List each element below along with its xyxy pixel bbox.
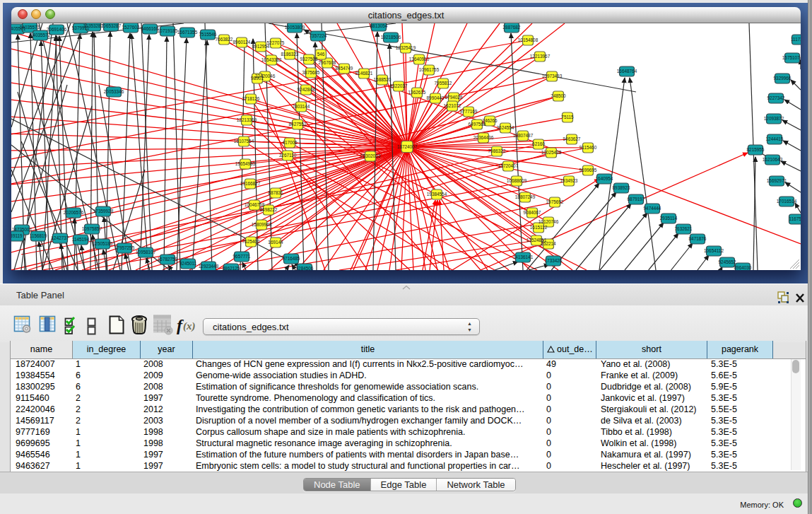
svg-text:15751074: 15751074 [782,55,801,60]
svg-text:9699695: 9699695 [579,168,597,173]
svg-text:2967608: 2967608 [319,60,336,65]
svg-text:3267110: 3267110 [279,153,297,158]
svg-text:8322037: 8322037 [390,83,408,88]
svg-text:(x): (x) [183,320,196,332]
svg-text:3624554: 3624554 [497,125,514,130]
svg-text:9245652: 9245652 [719,259,736,264]
svg-text:9146821: 9146821 [355,71,373,76]
svg-text:16782759: 16782759 [158,257,178,262]
svg-text:16648764: 16648764 [617,69,637,74]
svg-text:12325419: 12325419 [396,45,416,50]
svg-text:16671355: 16671355 [177,30,198,35]
svg-text:10025438: 10025438 [541,150,562,155]
svg-text:9327508: 9327508 [300,57,318,62]
svg-text:14136141: 14136141 [513,255,534,259]
svg-text:7663822: 7663822 [216,37,233,42]
svg-text:6497568: 6497568 [469,122,486,127]
svg-text:12213369: 12213369 [237,117,257,122]
svg-text:19654985: 19654985 [235,161,256,166]
svg-text:8471876: 8471876 [689,236,707,241]
svg-text:2803144: 2803144 [293,104,310,109]
svg-text:14035571: 14035571 [20,25,40,30]
svg-text:6879197: 6879197 [628,197,645,201]
svg-text:19218506: 19218506 [381,35,401,40]
svg-text:13640910: 13640910 [409,57,430,62]
svg-text:10688609: 10688609 [507,178,527,183]
svg-text:9716485: 9716485 [283,256,300,261]
svg-text:1615112: 1615112 [530,225,548,230]
svg-text:98901: 98901 [251,76,264,81]
svg-text:8964030: 8964030 [734,265,752,270]
svg-text:5227075: 5227075 [267,40,285,45]
svg-text:2935114: 2935114 [660,216,678,221]
svg-text:8813054: 8813054 [370,23,388,28]
svg-text:8215955: 8215955 [747,147,765,152]
svg-text:17016514: 17016514 [777,199,797,204]
svg-text:9115460: 9115460 [579,145,597,150]
svg-text:116753: 116753 [789,216,801,221]
svg-text:1975692: 1975692 [546,199,564,204]
svg-text:6794028: 6794028 [445,95,463,100]
svg-text:25302033: 25302033 [360,153,381,158]
svg-text:1117316: 1117316 [791,37,801,42]
svg-text:10654112: 10654112 [704,248,724,253]
svg-text:1242737: 1242737 [52,235,69,240]
svg-text:1156819: 1156819 [30,233,47,238]
svg-text:20364436: 20364436 [473,135,494,140]
svg-text:18807249: 18807249 [515,194,536,199]
svg-text:1588520: 1588520 [374,77,392,82]
svg-text:1527602: 1527602 [122,25,140,30]
svg-text:7955812: 7955812 [435,81,452,86]
svg-text:1362615: 1362615 [408,90,426,95]
svg-text:9329966: 9329966 [774,76,792,81]
svg-text:1244415: 1244415 [766,136,784,141]
svg-text:10961755: 10961755 [419,67,440,72]
svg-text:8938923: 8938923 [613,185,630,190]
svg-text:62160: 62160 [532,141,545,146]
svg-text:20691406: 20691406 [47,27,67,32]
svg-text:12093872: 12093872 [764,116,784,121]
svg-text:748500: 748500 [551,93,566,98]
svg-text:8454749: 8454749 [336,66,353,71]
svg-text:17359928: 17359928 [93,209,114,214]
svg-text:18724007: 18724007 [397,144,418,149]
svg-text:546: 546 [317,52,325,57]
svg-text:7625402: 7625402 [242,239,260,244]
svg-text:9474444: 9474444 [644,206,661,211]
svg-text:15692971: 15692971 [767,178,787,183]
svg-text:16053809: 16053809 [285,25,305,30]
svg-text:10719185: 10719185 [158,28,178,33]
svg-text:8498222: 8498222 [260,207,278,212]
svg-text:10973493: 10973493 [542,74,563,78]
svg-text:9084067: 9084067 [524,210,541,215]
svg-text:9242848: 9242848 [298,87,315,92]
svg-text:2718126: 2718126 [242,96,260,101]
svg-text:10975857: 10975857 [82,226,102,231]
svg-text:10653287: 10653287 [101,23,122,28]
svg-text:7357224: 7357224 [310,33,327,38]
svg-text:12505185: 12505185 [93,241,113,246]
svg-text:12213967: 12213967 [530,54,551,59]
svg-text:75115: 75115 [561,115,574,119]
svg-text:9463627: 9463627 [563,136,581,141]
svg-text:1145194: 1145194 [72,237,90,242]
svg-text:252214: 252214 [541,241,556,246]
svg-text:7632621: 7632621 [675,226,693,231]
svg-text:20206576: 20206576 [64,210,84,215]
svg-text:9227342: 9227342 [767,95,785,100]
svg-text:8186323: 8186323 [281,52,299,57]
svg-text:1621072: 1621072 [444,103,461,108]
svg-text:15809948: 15809948 [252,222,272,227]
svg-text:16107554: 16107554 [234,139,254,144]
svg-text:8990443: 8990443 [427,95,445,100]
svg-text:1934923: 1934923 [560,178,578,183]
svg-text:20053346: 20053346 [104,89,124,94]
svg-text:16210643: 16210643 [763,157,783,162]
svg-text:10807487: 10807487 [513,133,534,138]
svg-text:7515546: 7515546 [199,32,217,37]
svg-text:887831: 887831 [268,190,283,195]
svg-text:14735001: 14735001 [12,227,33,232]
svg-text:15720407: 15720407 [498,163,519,168]
svg-text:8862125: 8862125 [223,266,240,270]
svg-text:169144: 169144 [268,240,283,245]
